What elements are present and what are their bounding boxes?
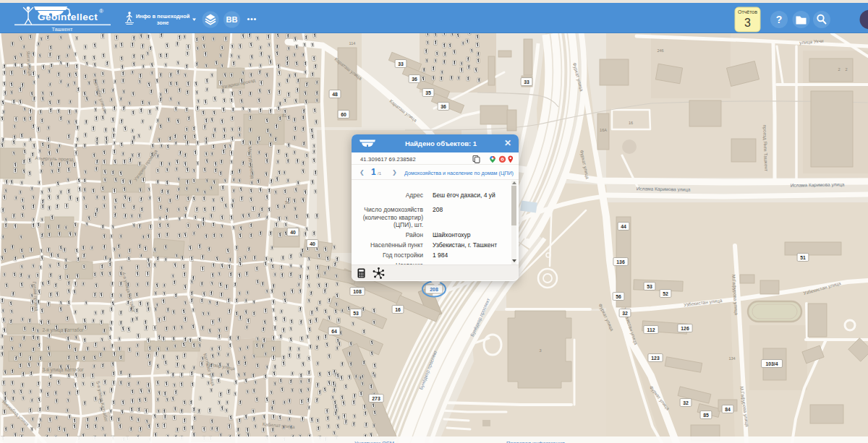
svg-text:зоне: зоне	[157, 20, 169, 26]
svg-text:123: 123	[651, 356, 660, 361]
svg-text:60: 60	[341, 112, 346, 117]
svg-text:36: 36	[412, 77, 417, 82]
svg-text:Ташкент: Ташкент	[52, 27, 73, 32]
svg-text:51: 51	[800, 255, 806, 260]
svg-text:Участники OSM: Участники OSM	[354, 440, 394, 443]
svg-text:208: 208	[430, 287, 438, 292]
svg-text:?: ?	[776, 14, 783, 25]
svg-text:2: 2	[845, 67, 847, 72]
svg-text:36: 36	[441, 104, 446, 109]
svg-text:108: 108	[353, 289, 362, 294]
svg-text:40: 40	[290, 230, 296, 235]
svg-text:64: 64	[331, 329, 337, 334]
svg-text:2: 2	[838, 67, 840, 72]
svg-text:BB: BB	[226, 15, 238, 24]
svg-text:3: 3	[539, 348, 541, 353]
svg-text:126: 126	[681, 326, 689, 331]
svg-text:44: 44	[621, 224, 626, 229]
svg-text:16А: 16А	[600, 128, 607, 132]
svg-text:53: 53	[353, 311, 359, 316]
svg-text:2-я улица Каттабог: 2-я улица Каттабог	[42, 327, 84, 333]
svg-text:®: ®	[99, 8, 103, 14]
svg-text:85: 85	[703, 413, 709, 418]
svg-text:112: 112	[647, 327, 655, 332]
svg-text:32: 32	[683, 400, 689, 405]
svg-text:48: 48	[332, 92, 338, 97]
svg-text:33: 33	[398, 61, 404, 66]
svg-text:16: 16	[629, 121, 633, 125]
svg-text:16: 16	[395, 307, 401, 312]
svg-text:246: 246	[657, 48, 663, 53]
svg-text:3-я улица Каттабог: 3-я улица Каттабог	[42, 367, 84, 373]
svg-text:81: 81	[282, 113, 286, 118]
svg-text:33: 33	[524, 79, 529, 85]
svg-text:114: 114	[349, 41, 356, 46]
svg-text:84: 84	[725, 407, 731, 412]
svg-text:53: 53	[647, 284, 652, 289]
svg-text:Правовая информация: Правовая информация	[506, 440, 565, 443]
svg-text:136: 136	[616, 259, 625, 264]
svg-text:Отчётов: Отчётов	[738, 9, 757, 14]
svg-text:40: 40	[310, 241, 315, 246]
svg-text:35: 35	[425, 90, 431, 95]
svg-text:32: 32	[622, 311, 628, 316]
svg-text:273: 273	[372, 396, 380, 401]
svg-text:56: 56	[616, 294, 621, 299]
svg-text:52: 52	[663, 291, 668, 296]
svg-text:3: 3	[744, 17, 751, 29]
svg-text:56: 56	[285, 200, 289, 205]
svg-text:Инфо в пешеходной: Инфо в пешеходной	[136, 13, 190, 20]
svg-text:103/4: 103/4	[765, 361, 778, 366]
svg-text:134: 134	[728, 356, 735, 361]
svg-text:Geointellect: Geointellect	[38, 12, 98, 22]
